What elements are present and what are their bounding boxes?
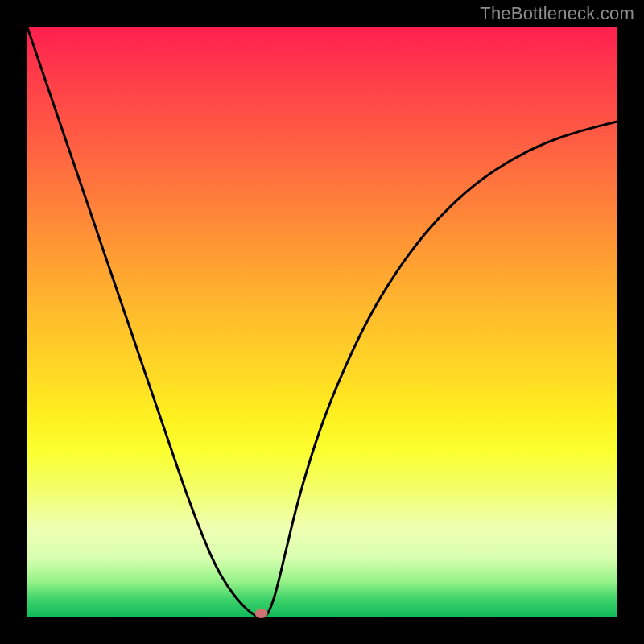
- watermark-text: TheBottleneck.com: [480, 3, 634, 24]
- bottleneck-curve: [27, 27, 617, 617]
- optimum-marker: [255, 609, 268, 618]
- curve-svg: [27, 27, 617, 617]
- chart-frame: TheBottleneck.com: [0, 0, 644, 644]
- plot-area: [27, 27, 617, 617]
